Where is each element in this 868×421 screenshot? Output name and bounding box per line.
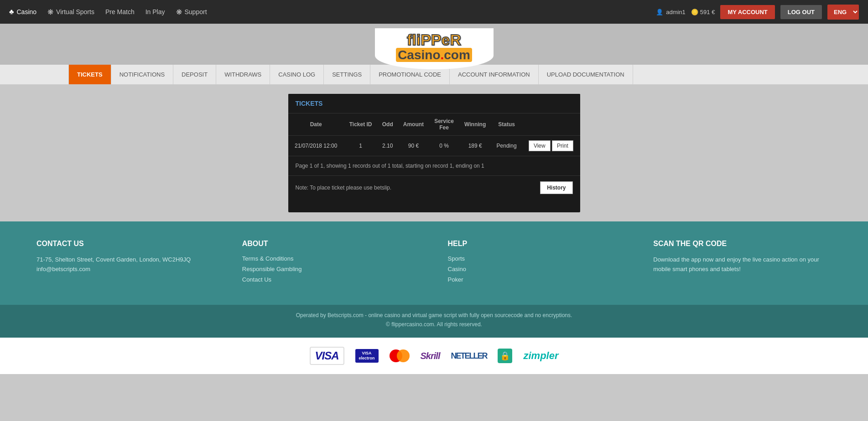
col-ticket-id: Ticket ID xyxy=(344,113,378,136)
about-heading: ABOUT xyxy=(242,240,421,248)
balance-icon: 🪙 xyxy=(691,9,698,15)
tickets-panel-title: TICKETS xyxy=(296,100,323,107)
tab-account-information[interactable]: ACCOUNT INFORMATION xyxy=(450,65,539,84)
green-lock-badge: 🔒 xyxy=(498,349,512,363)
footer-link-contact[interactable]: Contact Us xyxy=(242,276,421,283)
footer-about: ABOUT Terms & Conditions Responsible Gam… xyxy=(242,240,421,287)
operated-text: Operated by Betscripts.com - online casi… xyxy=(36,312,832,318)
tab-upload-documentation[interactable]: UPLOAD DOCUMENTATION xyxy=(539,65,633,84)
language-select[interactable]: ENG xyxy=(827,5,859,20)
contact-us-email: info@betscripts.com xyxy=(36,265,215,274)
tab-deposit[interactable]: DEPOSIT xyxy=(173,65,216,84)
payment-methods: VISA VISAelectron Skrill NETELLER 🔒 zimp… xyxy=(0,338,868,374)
cell-winning: 189 € xyxy=(459,136,491,156)
casino-icon: ♣ xyxy=(9,8,14,16)
neteller-badge: NETELLER xyxy=(451,351,487,361)
user-icon: 👤 xyxy=(656,9,663,15)
footer-main: CONTACT US 71-75, Shelton Street, Covent… xyxy=(0,221,868,305)
main-content: TICKETS Date Ticket ID Odd Amount Servic… xyxy=(0,85,868,221)
cell-ticket-id: 1 xyxy=(344,136,378,156)
tickets-footer: Note: To place ticket please use betslip… xyxy=(288,176,580,200)
contact-us-address: 71-75, Shelton Street, Covent Garden, Lo… xyxy=(36,255,215,265)
tab-tickets[interactable]: TICKETS xyxy=(68,65,111,84)
nav-links: ♣ Casino ❋ Virtual Sports Pre Match In P… xyxy=(9,8,207,16)
betslip-note: Note: To place ticket please use betslip… xyxy=(296,185,392,191)
mastercard-badge xyxy=(390,349,410,362)
skrill-badge: Skrill xyxy=(421,351,440,361)
site-logo: fliPPeR Casino.com xyxy=(396,31,472,62)
cell-service-fee: 0 % xyxy=(429,136,459,156)
view-button[interactable]: View xyxy=(529,140,551,151)
visa-badge: VISA xyxy=(310,347,344,365)
logo-line1: fliPPeR xyxy=(407,31,461,48)
footer-contact-us: CONTACT US 71-75, Shelton Street, Covent… xyxy=(36,240,215,287)
copyright-text: © flippercasino.com. All rights reserved… xyxy=(36,321,832,328)
nav-virtual-sports[interactable]: ❋ Virtual Sports xyxy=(47,8,94,16)
scan-qr-heading: SCAN THE QR CODE xyxy=(653,240,832,248)
scan-qr-text: Download the app now and enjoy the live … xyxy=(653,255,832,274)
tab-casino-log[interactable]: CASINO LOG xyxy=(270,65,324,84)
footer-link-poker[interactable]: Poker xyxy=(448,276,626,283)
tickets-panel-header: TICKETS xyxy=(288,94,580,113)
col-service-fee: ServiceFee xyxy=(429,113,459,136)
footer-bottom: Operated by Betscripts.com - online casi… xyxy=(0,305,868,338)
footer-link-sports[interactable]: Sports xyxy=(448,255,626,262)
tab-withdraws[interactable]: WITHDRAWS xyxy=(216,65,270,84)
logo-container: fliPPeR Casino.com xyxy=(375,28,494,69)
top-navigation: ♣ Casino ❋ Virtual Sports Pre Match In P… xyxy=(0,0,868,24)
nav-in-play[interactable]: In Play xyxy=(146,8,165,15)
tab-notifications[interactable]: NOTIFICATIONS xyxy=(111,65,173,84)
tab-settings[interactable]: SETTINGS xyxy=(324,65,370,84)
support-icon: ❋ xyxy=(176,8,182,16)
pagination-info: Page 1 of 1, showing 1 records out of 1 … xyxy=(288,156,580,176)
logout-button[interactable]: LOG OUT xyxy=(780,5,822,19)
col-actions xyxy=(522,113,580,136)
virtual-sports-icon: ❋ xyxy=(47,8,53,16)
nav-support[interactable]: ❋ Support xyxy=(176,8,207,16)
nav-pre-match[interactable]: Pre Match xyxy=(105,8,135,15)
contact-us-heading: CONTACT US xyxy=(36,240,215,248)
table-row: 21/07/2018 12:00 1 2.10 90 € 0 % 189 € P… xyxy=(288,136,580,156)
nav-right: 👤 admin1 🪙 591 € MY ACCOUNT LOG OUT ENG xyxy=(656,5,859,20)
footer-link-responsible[interactable]: Responsible Gambling xyxy=(242,266,421,272)
footer-link-casino[interactable]: Casino xyxy=(448,266,626,272)
tickets-table: Date Ticket ID Odd Amount ServiceFee Win… xyxy=(288,113,580,156)
print-button[interactable]: Print xyxy=(552,140,573,151)
col-odd: Odd xyxy=(377,113,398,136)
col-status: Status xyxy=(491,113,522,136)
col-winning: Winning xyxy=(459,113,491,136)
help-heading: HELP xyxy=(448,240,626,248)
tickets-panel: TICKETS Date Ticket ID Odd Amount Servic… xyxy=(288,94,580,212)
my-account-button[interactable]: MY ACCOUNT xyxy=(720,5,774,19)
cell-actions: View Print xyxy=(522,136,580,156)
history-button[interactable]: History xyxy=(540,181,572,194)
zimpler-badge: zimpler xyxy=(523,350,558,362)
cell-odd: 2.10 xyxy=(377,136,398,156)
logo-line2: Casino.com xyxy=(396,48,472,62)
col-amount: Amount xyxy=(398,113,429,136)
cell-amount: 90 € xyxy=(398,136,429,156)
footer-link-terms[interactable]: Terms & Conditions xyxy=(242,255,421,262)
cell-date: 21/07/2018 12:00 xyxy=(288,136,344,156)
balance-display: 🪙 591 € xyxy=(691,9,715,15)
col-date: Date xyxy=(288,113,344,136)
nav-casino[interactable]: ♣ Casino xyxy=(9,8,36,16)
logo-area: fliPPeR Casino.com xyxy=(0,24,868,65)
footer-scan-qr: SCAN THE QR CODE Download the app now an… xyxy=(653,240,832,287)
visa-electron-badge: VISAelectron xyxy=(355,349,379,363)
user-info: 👤 admin1 xyxy=(656,9,686,15)
cell-status: Pending xyxy=(491,136,522,156)
footer-help: HELP Sports Casino Poker xyxy=(448,240,626,287)
